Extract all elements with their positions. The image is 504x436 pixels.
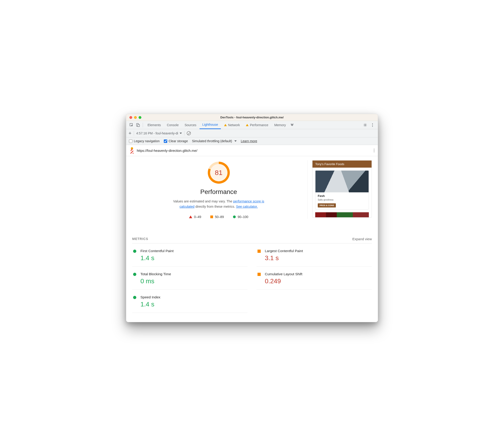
- report-select-label: 4:57:16 PM - foul-heavenly-di: [136, 131, 178, 135]
- metric-value: 1.4 s: [140, 254, 174, 262]
- preview-image: [315, 171, 369, 192]
- tab-memory[interactable]: Memory: [272, 121, 289, 129]
- metric-row[interactable]: First Contentful Paint1.4 s: [132, 243, 247, 267]
- svg-point-3: [365, 124, 366, 125]
- preview-next-card: [315, 212, 369, 217]
- caret-down-icon: [234, 140, 237, 142]
- more-tabs-icon[interactable]: [289, 122, 295, 128]
- legend-high-label: 90–100: [238, 215, 248, 219]
- category-title: Performance: [200, 188, 237, 196]
- clear-storage-label: Clear storage: [169, 139, 188, 143]
- tab-network[interactable]: Network: [221, 121, 243, 129]
- svg-point-8: [374, 150, 374, 151]
- metric-name: Cumulative Layout Shift: [265, 272, 302, 276]
- square-icon: [257, 273, 261, 276]
- svg-point-6: [372, 126, 373, 127]
- page-preview: Tony's Favorite Foods Fesh Salty goodnes…: [312, 160, 372, 219]
- legacy-navigation-label: Legacy navigation: [134, 139, 160, 143]
- tab-sources[interactable]: Sources: [182, 121, 199, 129]
- inspect-element-icon[interactable]: [128, 122, 135, 128]
- hero-summary: 81 Performance Values are estimated and …: [132, 160, 308, 219]
- score-legend: 0–49 50–89 90–100: [189, 215, 248, 219]
- report-url: https://foul-heavenly-direction.glitch.m…: [137, 149, 197, 153]
- lighthouse-settings-row: Legacy navigation Clear storage Simulate…: [126, 137, 378, 145]
- warning-icon: [246, 124, 248, 126]
- throttling-select[interactable]: Simulated throttling (default): [192, 139, 237, 143]
- divider: [134, 131, 134, 136]
- devtools-tabbar: Elements Console Sources Lighthouse Netw…: [126, 121, 378, 129]
- metric-value: 0 ms: [140, 278, 171, 285]
- preview-header: Tony's Favorite Foods: [312, 161, 372, 168]
- metric-name: First Contentful Paint: [140, 249, 174, 253]
- see-calculator-link[interactable]: See calculator.: [236, 205, 258, 208]
- legend-high: 90–100: [233, 215, 248, 219]
- divider: [184, 131, 184, 136]
- legacy-navigation-checkbox[interactable]: Legacy navigation: [129, 139, 160, 143]
- category-description: Values are estimated and may vary. The p…: [171, 199, 267, 209]
- tab-elements[interactable]: Elements: [145, 121, 164, 129]
- titlebar: DevTools - foul-heavenly-direction.glitc…: [126, 114, 378, 121]
- preview-card-title: Fesh: [318, 194, 366, 198]
- metric-value: 0.249: [265, 278, 302, 285]
- metric-name: Total Blocking Time: [140, 272, 171, 276]
- legend-mid-label: 50–89: [215, 215, 224, 219]
- tab-performance[interactable]: Performance: [243, 121, 271, 129]
- svg-point-9: [374, 151, 374, 152]
- tab-console[interactable]: Console: [164, 121, 181, 129]
- svg-point-4: [372, 123, 373, 124]
- metrics-header: METRICS Expand view: [132, 237, 372, 243]
- svg-point-7: [374, 149, 374, 149]
- lighthouse-logo-icon: [129, 147, 135, 154]
- preview-frame: Tony's Favorite Foods Fesh Salty goodnes…: [312, 160, 372, 218]
- throttling-label: Simulated throttling (default): [192, 139, 232, 143]
- metrics-grid: First Contentful Paint1.4 sLargest Conte…: [132, 243, 372, 313]
- metric-value: 1.4 s: [140, 301, 160, 308]
- triangle-icon: [189, 216, 192, 218]
- preview-card-button: PROS & CONS: [318, 203, 336, 208]
- caret-down-icon: [180, 133, 182, 134]
- metric-row[interactable]: Total Blocking Time0 ms: [132, 267, 247, 290]
- metrics-title: METRICS: [132, 237, 148, 241]
- metric-row[interactable]: Largest Contentful Paint3.1 s: [257, 243, 372, 267]
- tab-network-label: Network: [228, 123, 240, 127]
- legend-low: 0–49: [189, 215, 201, 219]
- score-value: 81: [210, 164, 228, 181]
- lighthouse-toolbar: + 4:57:16 PM - foul-heavenly-di: [126, 129, 378, 137]
- clear-icon[interactable]: [187, 131, 191, 135]
- metric-body: Largest Contentful Paint3.1 s: [265, 249, 303, 262]
- divider: [143, 123, 143, 127]
- clear-storage-checkbox[interactable]: Clear storage: [164, 139, 188, 143]
- svg-point-5: [372, 125, 373, 125]
- metric-body: Speed Index1.4 s: [140, 295, 160, 308]
- report-content: 81 Performance Values are estimated and …: [126, 156, 378, 322]
- preview-card-subtitle: Salty goodness: [318, 199, 366, 201]
- metric-body: First Contentful Paint1.4 s: [140, 249, 174, 262]
- learn-more-link[interactable]: Learn more: [241, 139, 257, 143]
- metric-row[interactable]: Cumulative Layout Shift0.249: [257, 267, 372, 290]
- metric-body: Total Blocking Time0 ms: [140, 272, 171, 285]
- kebab-menu-icon[interactable]: [369, 122, 376, 128]
- tab-lighthouse[interactable]: Lighthouse: [200, 121, 221, 129]
- report-select[interactable]: 4:57:16 PM - foul-heavenly-di: [136, 131, 182, 135]
- window-title: DevTools - foul-heavenly-direction.glitc…: [126, 116, 378, 119]
- metric-name: Speed Index: [140, 295, 160, 299]
- preview-card: Fesh Salty goodness PROS & CONS: [315, 170, 369, 209]
- new-report-button[interactable]: +: [128, 131, 131, 136]
- metric-row[interactable]: Speed Index1.4 s: [132, 290, 247, 313]
- legend-low-label: 0–49: [194, 215, 201, 219]
- metric-name: Largest Contentful Paint: [265, 249, 303, 253]
- circle-icon: [233, 216, 236, 218]
- settings-gear-icon[interactable]: [362, 122, 368, 128]
- legend-mid: 50–89: [210, 215, 224, 219]
- warning-icon: [224, 124, 227, 126]
- metric-value: 3.1 s: [265, 254, 303, 262]
- tab-performance-label: Performance: [250, 123, 268, 127]
- square-icon: [210, 216, 213, 218]
- preview-card-body: Fesh Salty goodness PROS & CONS: [315, 192, 369, 209]
- devtools-window: DevTools - foul-heavenly-direction.glitc…: [126, 114, 378, 322]
- report-menu-icon[interactable]: [374, 149, 375, 152]
- circle-icon: [133, 296, 136, 299]
- metric-body: Cumulative Layout Shift0.249: [265, 272, 302, 285]
- device-toggle-icon[interactable]: [135, 122, 141, 128]
- expand-view-button[interactable]: Expand view: [352, 237, 372, 241]
